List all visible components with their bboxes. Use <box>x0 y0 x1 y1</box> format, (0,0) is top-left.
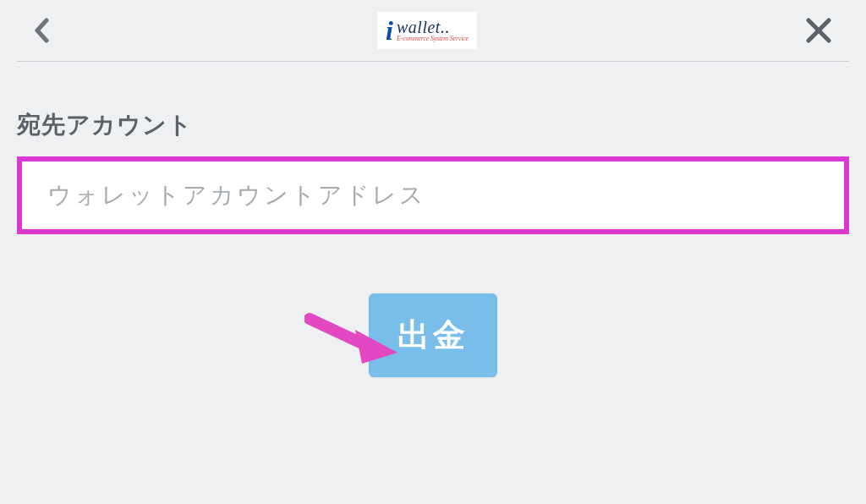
iwallet-logo: i wallet.. E-commerce System Service <box>377 12 477 49</box>
wallet-input-highlight <box>17 156 849 234</box>
chevron-left-icon <box>34 18 49 43</box>
svg-line-2 <box>310 319 364 344</box>
back-button[interactable] <box>34 18 49 43</box>
wallet-address-input[interactable] <box>22 162 844 229</box>
close-icon <box>805 17 832 44</box>
content-area: 宛先アカウント 出金 <box>0 62 866 377</box>
logo-tagline: E-commerce System Service <box>397 36 469 42</box>
withdraw-button[interactable]: 出金 <box>369 293 497 377</box>
close-button[interactable] <box>805 17 832 44</box>
logo-i-mark: i <box>386 17 393 44</box>
action-area: 出金 <box>17 293 849 377</box>
logo-wordmark: wallet.. <box>397 19 450 36</box>
destination-account-label: 宛先アカウント <box>17 109 849 141</box>
header-bar: i wallet.. E-commerce System Service <box>0 0 866 61</box>
